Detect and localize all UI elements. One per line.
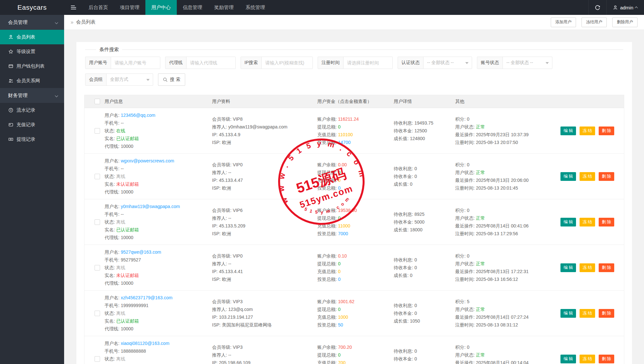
edit-button[interactable]: 编辑: [560, 309, 576, 318]
chevron-down-icon: [55, 21, 58, 24]
freeze-button[interactable]: 冻结: [580, 309, 595, 318]
delete-button[interactable]: 删除: [599, 172, 614, 181]
username-link[interactable]: wgxxv@powerscrews.com: [121, 158, 174, 163]
points-value: 0: [467, 253, 469, 259]
sidebar-item-flow-records[interactable]: ¥ 流水记录: [0, 103, 64, 117]
delete-user-button[interactable]: 删除用户: [612, 17, 638, 27]
nav-item-user-center[interactable]: 用户中心: [145, 0, 177, 15]
user-info-cell: 用户名:wgxxv@powerscrews.com 手机号:-- 状态:离线 实…: [105, 154, 212, 199]
select-all-checkbox[interactable]: [95, 99, 100, 104]
withdraw-total[interactable]: 0: [338, 124, 341, 129]
sidebar-item-member-relations[interactable]: 会员关系网: [0, 73, 64, 88]
edit-button[interactable]: 编辑: [560, 172, 576, 181]
freeze-button[interactable]: 冻结: [580, 218, 595, 226]
agent-input[interactable]: [186, 57, 235, 69]
nav-item-info[interactable]: 信息管理: [177, 0, 208, 15]
recharge-total[interactable]: 1000: [338, 314, 348, 320]
freeze-button[interactable]: 冻结: [580, 127, 595, 135]
sidebar-item-member-list[interactable]: 会员列表: [0, 30, 64, 44]
freeze-button[interactable]: 冻结: [580, 263, 595, 272]
ip-value: 205.198.66.109: [219, 360, 250, 364]
nav-item-rewards[interactable]: 奖励管理: [208, 0, 240, 15]
invest-total[interactable]: 14700: [338, 140, 351, 145]
sidebar-item-label: 提现记录: [17, 136, 35, 142]
edit-button[interactable]: 编辑: [560, 218, 576, 226]
pending-interest: 0: [414, 257, 417, 262]
sidebar-item-user-wallets[interactable]: 用户钱包列表: [0, 59, 64, 73]
username-link[interactable]: xzh456237179@163.com: [121, 295, 173, 300]
row-checkbox[interactable]: [95, 311, 100, 316]
row-checkbox[interactable]: [95, 356, 100, 362]
sidebar-item-label: 会员关系网: [17, 78, 40, 84]
freeze-button[interactable]: 冻结: [580, 172, 595, 181]
row-checkbox[interactable]: [95, 265, 100, 270]
balance-amount[interactable]: 0.00: [338, 162, 347, 167]
username-link[interactable]: y0mhaw119@swagpapa.com: [121, 204, 180, 209]
nav-item-system[interactable]: 系统管理: [240, 0, 271, 15]
add-user-button[interactable]: 添加用户: [551, 17, 576, 27]
ip-input[interactable]: [262, 57, 312, 69]
user-status: 正常: [476, 170, 485, 175]
brand-logo[interactable]: Easycars: [0, 0, 64, 15]
username-link[interactable]: 123456@qq.com: [121, 113, 155, 118]
row-actions: 编辑 冻结 删除: [560, 127, 624, 135]
invest-total[interactable]: 0: [338, 277, 341, 282]
recharge-total[interactable]: 700: [338, 360, 345, 364]
search-fieldset: 条件搜索 用户账号 代理线 IP搜索: [85, 47, 623, 86]
sidebar-item-withdraw-records[interactable]: 提现记录: [0, 132, 64, 147]
recharge-total[interactable]: 110100: [338, 132, 353, 137]
invest-total[interactable]: 0: [338, 185, 341, 191]
invest-total[interactable]: 50: [338, 322, 343, 327]
username-link[interactable]: 9527qwe@163.com: [121, 249, 161, 255]
regtime-input[interactable]: [344, 57, 392, 69]
account-status-select[interactable]: -- 全部状态 --: [503, 57, 552, 69]
edit-button[interactable]: 编辑: [560, 355, 576, 363]
recharge-total[interactable]: 11000: [338, 223, 350, 228]
auth-status-select[interactable]: -- 全部状态 --: [424, 57, 472, 69]
balance-amount[interactable]: 116211.24: [338, 116, 359, 122]
account-input[interactable]: [111, 57, 160, 69]
withdraw-total[interactable]: 0: [338, 261, 341, 266]
row-checkbox[interactable]: [95, 219, 100, 225]
delete-button[interactable]: 删除: [599, 218, 614, 226]
withdraw-total[interactable]: 0: [338, 170, 341, 175]
delete-button[interactable]: 删除: [599, 127, 614, 135]
nav-item-dashboard[interactable]: 后台首页: [83, 0, 114, 15]
row-checkbox[interactable]: [95, 174, 100, 179]
table-row: 用户名:123456@qq.com 手机号:-- 状态:在线 实名:已认证邮箱 …: [85, 108, 624, 154]
last-operation-time: 2025年08月14日 00:41:06: [476, 223, 529, 228]
invest-total[interactable]: 7000: [338, 231, 348, 236]
refresh-button[interactable]: [588, 0, 606, 15]
withdraw-total[interactable]: 0: [338, 215, 341, 221]
balance-amount[interactable]: 1001.62: [338, 299, 355, 304]
withdraw-total[interactable]: 0: [338, 352, 341, 358]
username-link[interactable]: xiaoqi081120@163.com: [121, 341, 169, 346]
balance-amount[interactable]: 19538.90: [338, 208, 357, 213]
withdraw-total[interactable]: 0: [338, 307, 341, 312]
freeze-button[interactable]: 冻结: [580, 355, 595, 363]
sidebar-item-recharge-records[interactable]: 充值记录: [0, 117, 64, 132]
recharge-total[interactable]: 0: [338, 269, 341, 274]
sidebar-toggle-button[interactable]: [64, 0, 83, 15]
recharge-total[interactable]: 0: [338, 178, 341, 183]
edit-button[interactable]: 编辑: [560, 263, 576, 272]
sidebar-group-finance[interactable]: 财务管理: [0, 88, 64, 103]
delete-button[interactable]: 删除: [599, 309, 614, 318]
growth-value: 0: [410, 273, 412, 278]
edit-button[interactable]: 编辑: [560, 127, 576, 135]
group-label: 会员管理: [8, 19, 28, 26]
sidebar-group-members[interactable]: 会员管理: [0, 15, 64, 30]
sidebar-item-level-settings[interactable]: 等级设置: [0, 44, 64, 59]
balance-amount[interactable]: 0.10: [338, 253, 347, 259]
top-navbar: Easycars 后台首页 项目管理 用户中心 信息管理 奖励管理 系统管理 a…: [0, 0, 644, 15]
search-row-1: 用户账号 代理线 IP搜索: [85, 57, 623, 69]
search-button[interactable]: 搜 索: [158, 73, 185, 86]
freeze-user-button[interactable]: 冻结用户: [582, 17, 607, 27]
delete-button[interactable]: 删除: [599, 263, 614, 272]
delete-button[interactable]: 删除: [599, 355, 614, 363]
balance-amount[interactable]: 700.20: [338, 345, 352, 350]
row-checkbox[interactable]: [95, 128, 100, 134]
member-group-select[interactable]: 全部方式: [107, 74, 153, 85]
user-menu[interactable]: admin: [606, 0, 644, 15]
nav-item-projects[interactable]: 项目管理: [114, 0, 145, 15]
